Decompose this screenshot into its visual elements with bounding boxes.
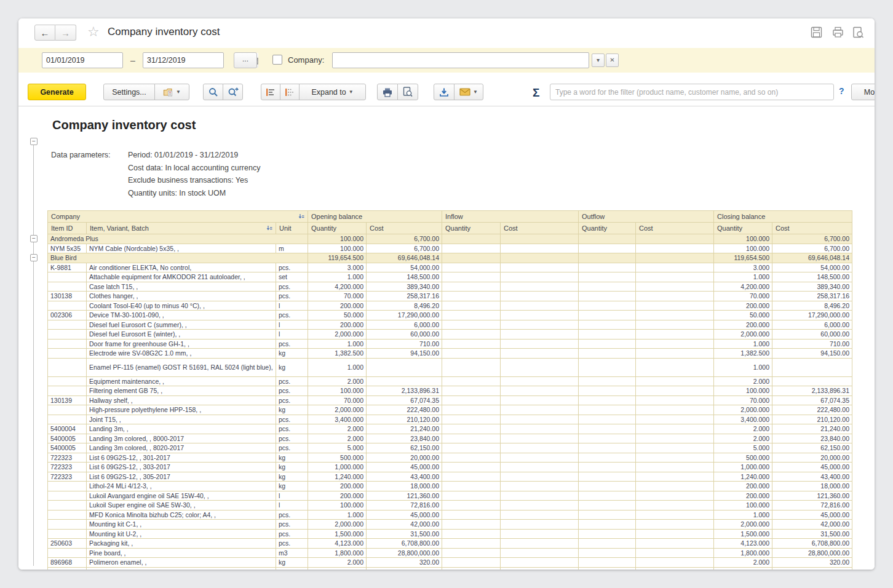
cell-inflow-cost[interactable] <box>501 548 579 558</box>
cell-item-id[interactable] <box>48 415 87 424</box>
cell-closing-cost[interactable]: 258,317.16 <box>772 292 852 301</box>
cell-inflow-quantity[interactable] <box>442 292 501 301</box>
cell-closing-quantity[interactable]: 1.000 <box>714 272 772 282</box>
cell-outflow-cost[interactable] <box>636 330 714 340</box>
cell-opening-quantity[interactable]: 2,000.000 <box>308 405 367 415</box>
cell-closing-quantity[interactable]: 200.000 <box>714 491 772 501</box>
cell-closing-cost[interactable]: 6,700.00 <box>772 234 852 244</box>
cell-opening-cost[interactable] <box>367 358 442 376</box>
cell-item-id[interactable]: 896968 <box>48 558 87 568</box>
cell-unit[interactable]: pcs. <box>276 520 308 530</box>
cell-closing-cost[interactable]: 710.00 <box>772 339 852 349</box>
cell-item-name[interactable]: Lukoil Avangard engine oil SAE 15W-40, , <box>87 491 276 501</box>
cell-outflow-quantity[interactable] <box>579 263 636 272</box>
cell-outflow-quantity[interactable] <box>579 567 636 570</box>
cell-opening-cost[interactable]: 69,646,048.14 <box>367 253 442 263</box>
cell-opening-cost[interactable]: 6,700.00 <box>367 234 442 244</box>
cell-inflow-cost[interactable] <box>501 301 579 311</box>
cell-item-id[interactable]: K-9881 <box>48 263 87 272</box>
cell-closing-quantity[interactable]: 70.000 <box>714 395 772 405</box>
cell-item-id[interactable]: 722323 <box>48 472 87 482</box>
cell-unit[interactable]: kg <box>276 558 308 568</box>
cell-unit[interactable]: kg <box>276 358 308 376</box>
cell-inflow-quantity[interactable] <box>442 453 501 463</box>
cell-inflow-quantity[interactable] <box>442 358 501 376</box>
cell-outflow-quantity[interactable] <box>579 482 636 491</box>
cell-opening-cost[interactable]: 2,133,896.31 <box>367 386 442 396</box>
cell-outflow-quantity[interactable] <box>579 510 636 520</box>
cell-outflow-cost[interactable] <box>636 292 714 301</box>
cell-opening-quantity[interactable]: 4,200.000 <box>308 282 367 292</box>
cell-opening-quantity[interactable]: 2,000.000 <box>308 330 367 340</box>
cell-inflow-cost[interactable] <box>501 358 579 376</box>
cell-inflow-cost[interactable] <box>501 292 579 301</box>
cell-inflow-cost[interactable] <box>501 272 579 282</box>
cell-item-id[interactable] <box>48 510 87 520</box>
cell-inflow-quantity[interactable] <box>442 501 501 511</box>
preview-icon[interactable] <box>852 26 866 39</box>
cell-closing-quantity[interactable]: 1,000.000 <box>714 463 772 472</box>
cell-unit[interactable]: m <box>276 244 308 253</box>
cell-inflow-quantity[interactable] <box>442 320 501 330</box>
print-button[interactable] <box>377 84 398 100</box>
cell-inflow-cost[interactable] <box>501 253 579 263</box>
cell-inflow-quantity[interactable] <box>442 482 501 491</box>
cell-inflow-cost[interactable] <box>501 510 579 520</box>
cell-opening-cost[interactable]: 6,700.00 <box>367 244 442 253</box>
cell-unit[interactable]: kg <box>276 463 308 472</box>
quick-filter-input[interactable] <box>550 84 834 100</box>
save-icon[interactable] <box>811 26 824 39</box>
cell-outflow-quantity[interactable] <box>579 453 636 463</box>
cell-item-name[interactable]: List 6 09G2S-12, , 303-2017 <box>87 463 276 472</box>
cell-opening-cost[interactable]: 222,480.00 <box>367 405 442 415</box>
cell-item-id[interactable]: 130139 <box>48 395 87 405</box>
cell-outflow-quantity[interactable] <box>579 301 636 311</box>
collapse-group-bluebird-box[interactable]: − <box>30 254 38 261</box>
cell-outflow-quantity[interactable] <box>579 282 636 292</box>
cell-closing-cost[interactable]: 21,240.00 <box>772 424 852 434</box>
cell-closing-quantity[interactable]: 119,654.500 <box>714 253 772 263</box>
cell-unit[interactable]: l <box>276 301 308 311</box>
cell-inflow-quantity[interactable] <box>442 548 501 558</box>
cell-outflow-quantity[interactable] <box>579 330 636 340</box>
cell-item-id[interactable]: 5400004 <box>48 424 87 434</box>
cell-closing-cost[interactable]: 20,000.00 <box>772 453 852 463</box>
cell-item-id[interactable]: NYM 5x35 <box>48 244 87 253</box>
cell-closing-cost[interactable]: 54,000.00 <box>772 263 852 272</box>
cell-opening-quantity[interactable]: 1,382.500 <box>308 349 367 359</box>
cell-item-name[interactable]: MFD Konica Minolta bizhub C25; color; A4… <box>87 510 276 520</box>
cell-inflow-cost[interactable] <box>501 395 579 405</box>
cell-opening-cost[interactable]: 28,800,000.00 <box>367 548 442 558</box>
cell-item-name[interactable]: List 6 09G2S-12, , 305-2017 <box>87 472 276 482</box>
cell-outflow-cost[interactable] <box>636 558 714 568</box>
cell-inflow-quantity[interactable] <box>442 311 501 320</box>
cell-outflow-cost[interactable] <box>636 349 714 359</box>
cell-item-id[interactable]: 5400005 <box>48 434 87 443</box>
cell-item-name[interactable]: Clothes hanger, , <box>87 292 276 301</box>
cell-inflow-quantity[interactable] <box>442 386 501 396</box>
cell-item-id[interactable]: 5400005 <box>48 443 87 453</box>
collapse-groups-button[interactable] <box>261 84 280 100</box>
cell-opening-quantity[interactable]: 70.000 <box>308 395 367 405</box>
cell-opening-cost[interactable]: 45,000.00 <box>367 463 442 472</box>
cell-outflow-cost[interactable] <box>636 482 714 491</box>
cell-closing-cost[interactable]: 121,360.00 <box>772 491 852 501</box>
cell-inflow-quantity[interactable] <box>442 520 501 530</box>
cell-inflow-quantity[interactable] <box>442 234 501 244</box>
cell-outflow-cost[interactable] <box>636 453 714 463</box>
cell-item-name[interactable]: Diesel fuel Eurosort C (summer), , <box>87 320 276 330</box>
cell-outflow-quantity[interactable] <box>579 253 636 263</box>
cell-inflow-quantity[interactable] <box>442 567 501 570</box>
cell-unit[interactable]: pcs. <box>276 443 308 453</box>
cell-inflow-cost[interactable] <box>501 234 579 244</box>
cell-outflow-cost[interactable] <box>636 272 714 282</box>
cell-closing-quantity[interactable]: 1,382.500 <box>714 349 772 359</box>
cell-closing-quantity[interactable]: 3.000 <box>714 263 772 272</box>
cell-unit[interactable]: pcs. <box>276 376 308 386</box>
cell-outflow-quantity[interactable] <box>579 358 636 376</box>
cell-unit[interactable]: kg <box>276 453 308 463</box>
cell-item-name[interactable]: Polimeron enamel, , 520-2017 <box>87 567 276 570</box>
cell-item-id[interactable] <box>48 349 87 359</box>
totals-sigma-icon[interactable]: Σ <box>533 86 539 100</box>
cell-inflow-quantity[interactable] <box>442 339 501 349</box>
